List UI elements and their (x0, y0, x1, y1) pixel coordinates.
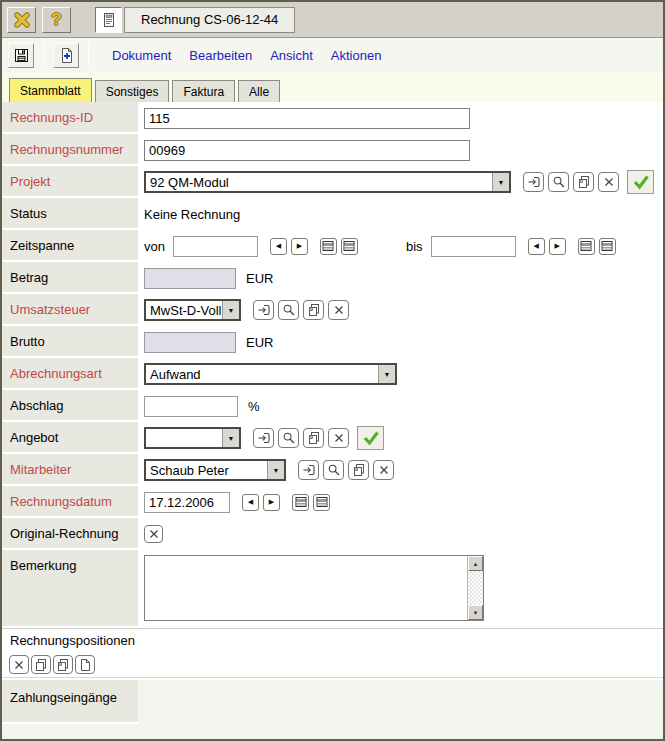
bis-prev-day-button[interactable]: ◀ (528, 238, 545, 255)
tab-sonstiges[interactable]: Sonstiges (95, 80, 170, 102)
bis-input[interactable] (431, 236, 516, 257)
rechnungsdatum-input[interactable] (144, 492, 230, 513)
scroll-up-icon[interactable]: ▲ (468, 556, 483, 571)
betrag-input (144, 268, 236, 289)
clear-icon (378, 464, 390, 476)
bis-next-day-button[interactable]: ▶ (549, 238, 566, 255)
rechnungsdatum-calendar-button[interactable] (292, 494, 309, 511)
row-zeitspanne: Zeitspanne von ◀ ▶ bis ◀ ▶ (2, 230, 663, 262)
angebot-clear-button[interactable] (328, 428, 349, 448)
chevron-down-icon[interactable]: ▼ (492, 173, 509, 191)
positionen-duplicate-button[interactable] (31, 655, 51, 674)
original-rechnung-clear-button[interactable] (144, 525, 163, 543)
mitarbeiter-goto-button[interactable] (298, 460, 319, 480)
search-icon (327, 463, 341, 477)
rechnungsdatum-next-day-button[interactable]: ▶ (263, 494, 280, 511)
umsatzsteuer-combobox[interactable]: MwSt-D-Voll ▼ (144, 299, 241, 321)
rechnungsnummer-label: Rechnungsnummer (2, 134, 138, 166)
umsatzsteuer-clear-button[interactable] (328, 300, 349, 320)
angebot-combobox[interactable]: ▼ (144, 427, 241, 449)
menu-dokument[interactable]: Dokument (112, 48, 171, 63)
projekt-goto-button[interactable] (523, 172, 544, 192)
clear-icon (333, 304, 345, 316)
rechnungs-id-input[interactable] (144, 108, 470, 129)
help-button[interactable]: ? (42, 7, 71, 33)
positionen-delete-button[interactable] (9, 655, 29, 674)
row-abrechnungsart: Abrechnungsart Aufwand ▼ (2, 358, 663, 390)
prev-icon: ◀ (533, 242, 538, 250)
scrollbar-track[interactable] (468, 571, 483, 605)
umsatzsteuer-search-button[interactable] (278, 300, 299, 320)
abschlag-input[interactable] (144, 396, 238, 417)
calendar-icon (343, 240, 355, 252)
von-next-day-button[interactable]: ▶ (291, 238, 308, 255)
projekt-confirm-button[interactable] (627, 170, 654, 194)
tab-alle[interactable]: Alle (238, 80, 280, 102)
calendar-icon (295, 496, 307, 508)
menu-ansicht[interactable]: Ansicht (270, 48, 313, 63)
tab-faktura[interactable]: Faktura (172, 80, 235, 102)
tabstrip: Stammblatt Sonstiges Faktura Alle (2, 72, 663, 102)
bis-calendar-button[interactable] (578, 238, 595, 255)
chevron-down-icon[interactable]: ▼ (222, 429, 239, 447)
angebot-search-button[interactable] (278, 428, 299, 448)
help-icon: ? (51, 10, 61, 30)
angebot-goto-button[interactable] (253, 428, 274, 448)
scroll-down-icon[interactable]: ▼ (468, 605, 483, 620)
umsatzsteuer-copy-button[interactable] (303, 300, 324, 320)
menu-aktionen[interactable]: Aktionen (331, 48, 382, 63)
positionen-paste-special-button[interactable] (53, 655, 73, 674)
mitarbeiter-search-button[interactable] (323, 460, 344, 480)
rechnungsdatum-prev-day-button[interactable]: ◀ (242, 494, 259, 511)
titlebar: ? Rechnung CS-06-12-44 (2, 2, 663, 38)
chevron-down-icon[interactable]: ▼ (267, 461, 284, 479)
rechnungsdatum-label: Rechnungsdatum (2, 486, 138, 518)
zeitspanne-label: Zeitspanne (2, 230, 138, 262)
calendar-icon (601, 240, 613, 252)
positionen-new-button[interactable] (75, 655, 95, 674)
invoice-document-icon (101, 12, 117, 28)
copy-icon (307, 431, 321, 445)
projekt-search-button[interactable] (548, 172, 569, 192)
clear-icon (148, 528, 160, 540)
rechnungsdatum-calendar2-button[interactable] (313, 494, 330, 511)
search-icon (552, 175, 566, 189)
mitarbeiter-copy-button[interactable] (348, 460, 369, 480)
save-button[interactable] (8, 43, 34, 68)
angebot-confirm-button[interactable] (357, 426, 384, 450)
umsatzsteuer-goto-button[interactable] (253, 300, 274, 320)
angebot-copy-button[interactable] (303, 428, 324, 448)
goto-icon (257, 303, 271, 317)
projekt-copy-button[interactable] (573, 172, 594, 192)
von-calendar-button[interactable] (320, 238, 337, 255)
save-icon (13, 47, 30, 64)
copy-icon (352, 463, 366, 477)
mitarbeiter-combobox[interactable]: Schaub Peter ▼ (144, 459, 286, 481)
chevron-down-icon[interactable]: ▼ (222, 301, 239, 319)
von-prev-day-button[interactable]: ◀ (270, 238, 287, 255)
chevron-down-icon[interactable]: ▼ (378, 365, 395, 383)
goto-icon (257, 431, 271, 445)
abrechnungsart-combobox[interactable]: Aufwand ▼ (144, 363, 397, 385)
close-button[interactable] (7, 7, 36, 33)
mitarbeiter-clear-button[interactable] (373, 460, 394, 480)
rechnungspositionen-section-title: Rechnungspositionen (2, 628, 663, 652)
projekt-clear-button[interactable] (598, 172, 619, 192)
bemerkung-scrollbar[interactable]: ▲ ▼ (467, 556, 483, 620)
rechnungsnummer-input[interactable] (144, 140, 470, 161)
abschlag-label: Abschlag (2, 390, 138, 422)
document-type-button[interactable] (95, 7, 122, 33)
projekt-combobox[interactable]: 92 QM-Modul ▼ (144, 171, 511, 193)
duplicate-icon (34, 658, 48, 672)
von-input[interactable] (173, 236, 258, 257)
calendar-icon (322, 240, 334, 252)
bis-calendar2-button[interactable] (599, 238, 616, 255)
brutto-unit: EUR (246, 335, 273, 350)
menu-bearbeiten[interactable]: Bearbeiten (189, 48, 252, 63)
row-umsatzsteuer: Umsatzsteuer MwSt-D-Voll ▼ (2, 294, 663, 326)
new-document-button[interactable] (53, 43, 79, 68)
bemerkung-textarea[interactable] (145, 556, 467, 620)
von-label: von (144, 239, 165, 254)
tab-stammblatt[interactable]: Stammblatt (9, 78, 92, 102)
von-calendar2-button[interactable] (341, 238, 358, 255)
